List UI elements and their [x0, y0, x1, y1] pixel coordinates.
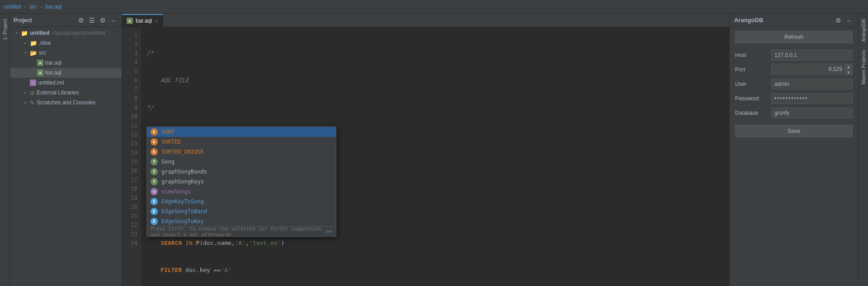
code-editor[interactable]: 1 2 3 4 5 6 7 8 9 10 11 12 13 14 15 16 1…: [122, 27, 729, 286]
sep2: –: [39, 4, 42, 10]
arrow-ext: ▸: [23, 90, 28, 95]
database-row: Database: [735, 107, 853, 119]
folder-icon-untitled: 📁: [21, 30, 28, 37]
tree-item-untitled[interactable]: ▾ 📁 untitled ~/java/projects/untitled: [10, 28, 122, 38]
tree-item-ext-libs[interactable]: ▸ ⊞ External Libraries: [10, 88, 122, 98]
refresh-button[interactable]: Refresh: [735, 31, 853, 43]
ac-item-graph-song-bands[interactable]: f graphSongBands: [147, 167, 336, 177]
port-increment[interactable]: ▲: [845, 64, 852, 70]
arrow-scratches: ▸: [23, 100, 28, 105]
database-input[interactable]: [771, 108, 853, 118]
tree-item-bar-aql[interactable]: A bar.aql: [10, 58, 122, 68]
ac-icon-sorted: k: [151, 138, 158, 145]
editor-tab-bar-aql[interactable]: A bar.aql ✕: [122, 14, 163, 27]
tab-close-icon[interactable]: ✕: [155, 19, 158, 23]
arrow-foo: [30, 70, 35, 75]
arrow-idea: ▸: [23, 40, 28, 46]
password-row: Password: [735, 92, 853, 105]
user-row: User: [735, 78, 853, 90]
tree-item-foo-aql[interactable]: A foo.aql: [10, 68, 122, 78]
line-numbers: 1 2 3 4 5 6 7 8 9 10 11 12 13 14 15 16 1…: [122, 27, 141, 286]
ac-item-edge-song-to-key[interactable]: E EdgeSongToKey: [147, 216, 336, 226]
ac-hint-link[interactable]: >>: [326, 229, 332, 234]
right-panel-icons: ⚙ –: [834, 16, 854, 25]
file-icon-foo-aql: A: [37, 70, 43, 76]
port-label: Port: [735, 66, 771, 73]
port-decrement[interactable]: ▼: [845, 70, 852, 75]
arangodb-side-tab[interactable]: ArangoDB: [859, 15, 868, 46]
ac-item-song[interactable]: f Song: [147, 157, 336, 167]
tree-item-iml[interactable]: i untitled.iml: [10, 78, 122, 88]
autocomplete-dropdown[interactable]: k SORT k SORTED k SORTED_UNIQUE f Song f: [146, 127, 336, 237]
user-input[interactable]: [771, 79, 853, 89]
password-input[interactable]: [771, 93, 853, 104]
user-label: User: [735, 81, 771, 87]
sep1: –: [24, 4, 27, 10]
right-panel-header: ArangoDB ⚙ –: [730, 14, 858, 27]
ac-label-graph-keys: graphSongKeys: [161, 178, 204, 185]
ac-item-view-songs[interactable]: v viewSongs: [147, 187, 336, 197]
collapse-icon[interactable]: ☰: [87, 16, 96, 25]
code-line-9: FILTER doc.key =='A': [146, 266, 729, 275]
ac-item-edge-key-to-song[interactable]: E EdgeKeyToSong: [147, 197, 336, 206]
project-tab[interactable]: 1: Project: [1, 15, 9, 43]
ac-label-edge-skey: EdgeSongToKey: [161, 218, 204, 225]
maven-side-tab[interactable]: Maven Projects: [859, 47, 868, 88]
ac-item-sorted-unique[interactable]: k SORTED_UNIQUE: [147, 147, 336, 157]
tree-label-src: src: [39, 50, 46, 56]
ac-item-edge-song-to-band[interactable]: E EdgeSongToBand: [147, 206, 336, 216]
file-icon-iml: i: [30, 80, 36, 86]
code-line-2: AQL FILE: [146, 76, 729, 85]
project-tree: ▾ 📁 untitled ~/java/projects/untitled ▸ …: [10, 27, 122, 286]
arrow-untitled: ▾: [14, 30, 19, 36]
ac-icon-graph-bands: f: [151, 168, 158, 175]
ac-label-sorted-unique: SORTED_UNIQUE: [161, 149, 204, 155]
ac-item-sorted[interactable]: k SORTED: [147, 137, 336, 147]
tab-label: bar.aql: [136, 18, 152, 24]
project-sidebar: Project ⚙ ☰ ⚙ – ▾ 📁 untitled ~/java/proj…: [10, 14, 122, 286]
ac-item-graph-song-keys[interactable]: f graphSongKeys: [147, 177, 336, 187]
close-icon-right[interactable]: –: [844, 16, 854, 25]
ac-item-sort[interactable]: k SORT: [147, 127, 336, 137]
save-button[interactable]: Save: [735, 125, 853, 137]
ac-icon-graph-keys: f: [151, 178, 158, 185]
code-line-1: /*: [146, 49, 729, 58]
project-link[interactable]: untitled: [4, 4, 21, 10]
gear-icon[interactable]: ⚙: [98, 16, 107, 25]
scratches-icon: ✎: [30, 99, 35, 106]
tree-label-foo-aql: foo.aql: [45, 70, 61, 76]
code-line-3: */: [146, 103, 729, 112]
tree-item-idea[interactable]: ▸ 📁 .idea: [10, 38, 122, 48]
folder-icon-idea: 📁: [30, 40, 37, 47]
arrow-src: ▾: [23, 50, 28, 56]
minimize-icon[interactable]: –: [109, 16, 118, 25]
ac-icon-edge-band: E: [151, 208, 158, 215]
sidebar-toolbar: Project ⚙ ☰ ⚙ –: [10, 14, 122, 27]
database-label: Database: [735, 110, 771, 116]
ac-icon-sorted-unique: k: [151, 148, 158, 155]
settings-icon-right[interactable]: ⚙: [834, 16, 843, 25]
password-label: Password: [735, 95, 771, 102]
ac-label-sorted: SORTED: [161, 139, 181, 145]
port-input[interactable]: [771, 64, 845, 75]
ac-label-graph-bands: graphSongBands: [161, 169, 207, 175]
settings-icon[interactable]: ⚙: [76, 16, 85, 25]
port-container: ▲ ▼: [771, 64, 853, 75]
tree-label-idea: .idea: [39, 40, 51, 46]
file-link[interactable]: bar.aql: [45, 4, 61, 10]
arrow-bar: [30, 60, 35, 66]
tree-label-scratches: Scratches and Consoles: [37, 99, 95, 106]
port-spinners: ▲ ▼: [845, 64, 853, 75]
arangodb-title: ArangoDB: [734, 17, 763, 23]
tree-item-src[interactable]: ▾ 📂 src: [10, 48, 122, 58]
folder-icon-src: 📂: [30, 50, 37, 56]
host-input[interactable]: [771, 50, 853, 61]
ac-icon-song: f: [151, 158, 158, 165]
src-link[interactable]: src: [29, 4, 37, 10]
ac-label-sort: SORT: [161, 129, 175, 135]
tree-item-scratches[interactable]: ▸ ✎ Scratches and Consoles: [10, 98, 122, 108]
editor-area: A bar.aql ✕ 1 2 3 4 5 6 7 8 9 10 11 12 1…: [122, 14, 729, 286]
ac-hint-text: Press Ctrl+. to choose the selected (or …: [151, 226, 326, 238]
ac-label-edge-band: EdgeSongToBand: [161, 208, 207, 215]
ac-icon-edge-key: E: [151, 198, 158, 205]
